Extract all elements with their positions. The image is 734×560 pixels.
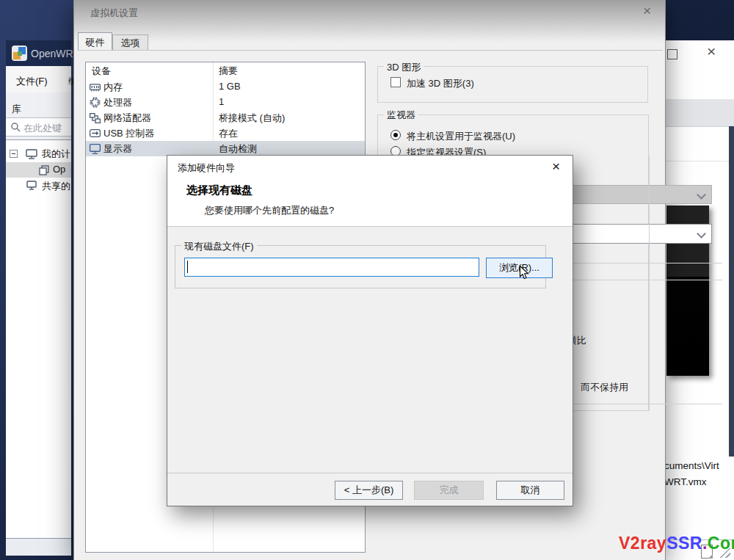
- cpu-icon: [89, 96, 101, 112]
- col-header-device: 设备: [92, 65, 111, 78]
- col-header-summary: 摘要: [219, 65, 238, 78]
- table-row-memory[interactable]: 内存 1 GB: [86, 79, 365, 95]
- menu-item-file[interactable]: 文件(F): [16, 75, 48, 88]
- monitor-group-title: 监视器: [384, 109, 418, 122]
- dialog-top-shade: [74, 0, 665, 43]
- network-icon: [89, 112, 101, 127]
- table-row-network-adapter[interactable]: 网络适配器 桥接模式 (自动): [86, 110, 365, 126]
- tree-item-openwrt[interactable]: Op: [6, 162, 71, 178]
- not-keep-fragment: 而不保持用: [581, 381, 649, 394]
- window-edge: [729, 126, 734, 457]
- text-caret: [187, 261, 188, 273]
- existing-disk-group-label: 现有磁盘文件(F): [181, 240, 257, 253]
- main-status-bar: [6, 538, 71, 556]
- vm-copy-icon: [38, 164, 50, 179]
- accelerate-3d-checkbox[interactable]: [390, 77, 401, 87]
- shared-vm-icon: [25, 181, 38, 195]
- settings-dialog-title: 虚拟机设置: [90, 7, 138, 20]
- wizard-subheading: 您要使用哪个先前配置的磁盘?: [205, 204, 334, 217]
- toolbar-strip: [666, 99, 734, 127]
- group-border: [649, 156, 650, 411]
- close-icon[interactable]: ×: [707, 43, 716, 60]
- computer-icon: [25, 148, 38, 163]
- vmware-logo-icon: [12, 46, 27, 61]
- disk-file-input[interactable]: [184, 258, 479, 277]
- accelerate-3d-label: 加速 3D 图形(3): [407, 77, 474, 90]
- main-window-titlebar: OpenWR: [6, 40, 71, 66]
- wizard-close-icon[interactable]: ×: [552, 159, 560, 175]
- vm-tree: 我的计 Op 共享的: [6, 139, 71, 539]
- vm-path-line1: cuments\Virt: [666, 460, 734, 471]
- screen: OpenWR 文件(F) 编 库 在此处键 我的计 Op: [0, 0, 734, 560]
- expander-icon[interactable]: [10, 150, 18, 158]
- library-label: 库: [12, 103, 21, 116]
- search-placeholder: 在此处键: [23, 122, 62, 135]
- usb-icon: [89, 127, 101, 142]
- memory-icon: [89, 81, 101, 96]
- watermark-part-1: SSR: [666, 534, 702, 553]
- use-host-monitor-radio[interactable]: [390, 130, 401, 140]
- wizard-title: 添加硬件向导: [178, 161, 235, 175]
- maximize-icon[interactable]: [667, 49, 677, 59]
- search-icon: [10, 122, 21, 135]
- main-window-title: OpenWR: [31, 48, 73, 59]
- tree-item-shared-vms[interactable]: 共享的: [6, 178, 71, 194]
- wizard-titlebar: 添加硬件向导 ×: [167, 156, 573, 178]
- footer-divider: [167, 473, 573, 473]
- tab-options[interactable]: 选项: [112, 34, 148, 51]
- watermark: V2raySSR.Com: [619, 534, 734, 553]
- back-button[interactable]: < 上一步(B): [335, 481, 403, 500]
- wizard-heading: 选择现有磁盘: [186, 183, 252, 197]
- search-input[interactable]: 在此处键: [6, 117, 71, 137]
- tree-item-my-computer[interactable]: 我的计: [6, 146, 71, 161]
- settings-close-icon[interactable]: ×: [643, 3, 651, 19]
- divider: [666, 161, 734, 161]
- finish-button[interactable]: 完成: [414, 481, 484, 500]
- graphics-3d-group-title: 3D 图形: [384, 61, 424, 74]
- watermark-part-0: V2ray: [619, 534, 666, 553]
- aspect-ratio-fragment: 纵横比: [564, 334, 647, 347]
- table-row-processors[interactable]: 处理器 1: [86, 95, 365, 110]
- cursor-icon: [519, 265, 530, 283]
- use-host-monitor-label: 将主机设置用于监视器(U): [407, 130, 515, 143]
- wizard-header: 选择现有磁盘 您要使用哪个先前配置的磁盘?: [167, 178, 573, 227]
- tab-baseline: [78, 50, 663, 51]
- vm-path-line2: WRT.vmx: [666, 476, 734, 487]
- right-window: × cuments\Virt WRT.vmx: [666, 40, 734, 560]
- table-row-usb-controller[interactable]: USB 控制器 存在: [86, 126, 365, 141]
- menu-bar: 文件(F) 编: [6, 66, 71, 93]
- display-icon: [89, 142, 101, 158]
- watermark-part-3: Com: [708, 534, 734, 553]
- add-hardware-wizard: 添加硬件向导 × 选择现有磁盘 您要使用哪个先前配置的磁盘? 现有磁盘文件(F)…: [167, 155, 573, 506]
- tab-hardware[interactable]: 硬件: [78, 32, 112, 51]
- cancel-button[interactable]: 取消: [496, 481, 564, 500]
- watermark-part-2: .: [702, 534, 708, 553]
- chevron-down-icon: [697, 190, 706, 200]
- chevron-down-icon: [697, 229, 706, 239]
- table-row-display[interactable]: 显示器 自动检测: [86, 141, 365, 156]
